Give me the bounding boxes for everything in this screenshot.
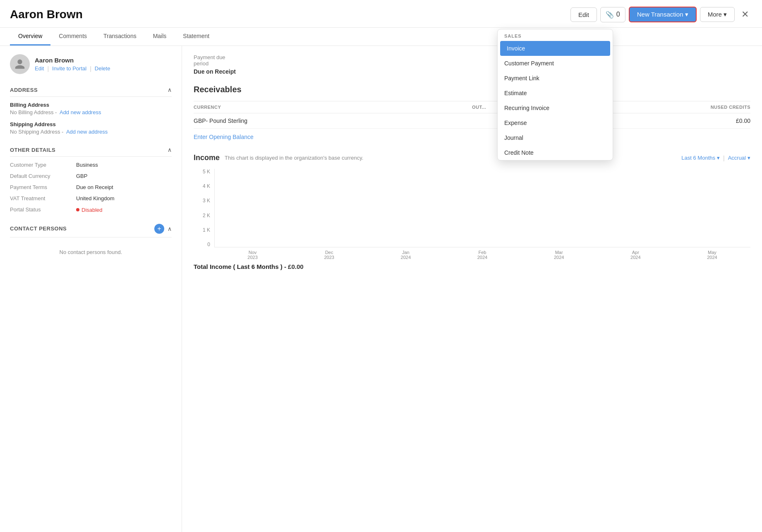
income-header: Income This chart is displayed in the or… bbox=[194, 153, 750, 162]
tab-transactions[interactable]: Transactions bbox=[95, 28, 145, 46]
main-content: Aaron Brown Edit | Invite to Portal | De… bbox=[0, 46, 762, 532]
method-dropdown[interactable]: Accrual ▾ bbox=[728, 155, 750, 161]
x-label-nov: Nov2023 bbox=[247, 250, 257, 260]
period-label: Last 6 Months bbox=[681, 155, 715, 161]
other-details-chevron-icon[interactable]: ∧ bbox=[168, 146, 172, 153]
y-label-1k: 1 K bbox=[194, 227, 210, 233]
customer-type-row: Customer Type Business bbox=[10, 162, 172, 168]
default-currency-value: GBP bbox=[76, 173, 87, 179]
other-details-section-header: OTHER DETAILS ∧ bbox=[10, 141, 172, 157]
link-separator-1: | bbox=[47, 65, 49, 72]
edit-link[interactable]: Edit bbox=[35, 65, 44, 72]
income-total-label: Total Income ( Last 6 Months ) - bbox=[194, 263, 286, 270]
close-button[interactable]: ✕ bbox=[738, 7, 752, 22]
attachment-icon: 📎 bbox=[606, 11, 614, 19]
new-transaction-dropdown: SALES Invoice Customer Payment Payment L… bbox=[497, 29, 613, 161]
tabs-bar: Overview Comments Transactions Mails Sta… bbox=[0, 28, 762, 46]
page-wrapper: Aaron Brown Edit 📎 0 New Transaction ▾ M… bbox=[0, 0, 762, 532]
period-chevron-icon: ▾ bbox=[717, 155, 720, 161]
portal-status-text: Disabled bbox=[81, 207, 103, 213]
tab-overview[interactable]: Overview bbox=[10, 28, 50, 46]
tab-mails[interactable]: Mails bbox=[145, 28, 175, 46]
shipping-address-group: Shipping Address No Shipping Address - A… bbox=[10, 121, 172, 135]
delete-link[interactable]: Delete bbox=[95, 65, 110, 72]
dropdown-item-payment-link[interactable]: Payment Link bbox=[498, 71, 613, 86]
link-separator-2: | bbox=[90, 65, 91, 72]
y-label-0: 0 bbox=[194, 242, 210, 247]
dropdown-item-expense[interactable]: Expense bbox=[498, 115, 613, 130]
address-section-title: ADDRESS bbox=[10, 87, 38, 93]
payment-info: Payment dueperiod Due on Receipt bbox=[194, 54, 750, 75]
profile-info: Aaron Brown Edit | Invite to Portal | De… bbox=[35, 57, 110, 72]
chart-y-axis: 5 K 4 K 3 K 2 K 1 K 0 bbox=[194, 169, 210, 247]
default-currency-row: Default Currency GBP bbox=[10, 173, 172, 179]
x-label-apr: Apr2024 bbox=[630, 250, 640, 260]
chart-inner bbox=[214, 169, 750, 247]
shipping-address-value: No Shipping Address - Add new address bbox=[10, 129, 172, 135]
y-label-5k: 5 K bbox=[194, 169, 210, 175]
controls-separator: | bbox=[723, 155, 725, 161]
portal-status-label: Portal Status bbox=[10, 206, 76, 213]
dropdown-item-recurring-invoice[interactable]: Recurring Invoice bbox=[498, 101, 613, 115]
billing-address-group: Billing Address No Billing Address - Add… bbox=[10, 102, 172, 115]
income-chart: 5 K 4 K 3 K 2 K 1 K 0 Nov2023 Dec2023 Ja… bbox=[194, 169, 750, 260]
portal-status-row: Portal Status Disabled bbox=[10, 206, 172, 213]
payment-due-value: Due on Receipt bbox=[194, 68, 750, 75]
attachment-button[interactable]: 📎 0 bbox=[600, 7, 625, 22]
payment-terms-row: Payment Terms Due on Receipt bbox=[10, 184, 172, 190]
avatar bbox=[10, 54, 30, 74]
y-label-4k: 4 K bbox=[194, 183, 210, 189]
method-chevron-icon: ▾ bbox=[748, 155, 750, 161]
payment-terms-value: Due on Receipt bbox=[76, 184, 113, 190]
dropdown-item-credit-note[interactable]: Credit Note bbox=[498, 145, 613, 160]
y-label-2k: 2 K bbox=[194, 213, 210, 218]
add-contact-button[interactable]: + bbox=[154, 224, 164, 234]
chart-x-axis: Nov2023 Dec2023 Jan2024 Feb2024 Mar2024 … bbox=[214, 250, 750, 260]
edit-button[interactable]: Edit bbox=[570, 7, 597, 22]
billing-no-address-text: No Billing Address - bbox=[10, 109, 58, 115]
right-content: Payment dueperiod Due on Receipt Receiva… bbox=[182, 46, 762, 532]
currency-col-header: CURRENCY bbox=[194, 105, 472, 110]
unused-credits-value: £0.00 bbox=[611, 117, 751, 124]
new-transaction-button[interactable]: New Transaction ▾ bbox=[629, 7, 697, 22]
dropdown-item-journal[interactable]: Journal bbox=[498, 130, 613, 145]
shipping-address-label: Shipping Address bbox=[10, 121, 172, 127]
receivables-table-header: CURRENCY OUT... NUSED CREDITS bbox=[194, 101, 750, 113]
no-contacts-text: No contact persons found. bbox=[10, 242, 172, 262]
x-label-jan: Jan2024 bbox=[401, 250, 411, 260]
contact-actions: + ∧ bbox=[154, 224, 172, 234]
enter-opening-balance-link[interactable]: Enter Opening Balance bbox=[194, 134, 254, 140]
other-details-title: OTHER DETAILS bbox=[10, 147, 55, 153]
shipping-add-address-link[interactable]: Add new address bbox=[66, 129, 108, 135]
billing-address-value: No Billing Address - Add new address bbox=[10, 109, 172, 115]
method-label: Accrual bbox=[728, 155, 746, 161]
contact-persons-header: CONTACT PERSONS + ∧ bbox=[10, 218, 172, 237]
dropdown-item-customer-payment[interactable]: Customer Payment bbox=[498, 56, 613, 71]
shipping-no-address-text: No Shipping Address - bbox=[10, 129, 65, 135]
avatar-icon bbox=[14, 58, 26, 70]
receivables-section: Receivables CURRENCY OUT... NUSED CREDIT… bbox=[194, 85, 750, 150]
period-dropdown[interactable]: Last 6 Months ▾ bbox=[681, 155, 720, 161]
billing-add-address-link[interactable]: Add new address bbox=[60, 109, 101, 115]
sidebar: Aaron Brown Edit | Invite to Portal | De… bbox=[0, 46, 182, 532]
contact-chevron-icon[interactable]: ∧ bbox=[168, 225, 172, 232]
invite-link[interactable]: Invite to Portal bbox=[52, 65, 86, 72]
x-label-feb: Feb2024 bbox=[477, 250, 487, 260]
receivables-row: GBP- Pound Sterling £0.00 bbox=[194, 113, 750, 129]
income-title: Income bbox=[194, 153, 220, 162]
dropdown-item-estimate[interactable]: Estimate bbox=[498, 86, 613, 101]
address-chevron-icon[interactable]: ∧ bbox=[168, 86, 172, 93]
customer-type-label: Customer Type bbox=[10, 162, 76, 168]
vat-treatment-label: VAT Treatment bbox=[10, 195, 76, 201]
attachment-count: 0 bbox=[616, 11, 620, 18]
unused-credits-col-header: NUSED CREDITS bbox=[611, 105, 751, 110]
tab-statement[interactable]: Statement bbox=[175, 28, 218, 46]
x-label-mar: Mar2024 bbox=[554, 250, 564, 260]
profile-name: Aaron Brown bbox=[35, 57, 110, 64]
tab-comments[interactable]: Comments bbox=[50, 28, 95, 46]
more-button[interactable]: More ▾ bbox=[700, 7, 735, 22]
billing-address-label: Billing Address bbox=[10, 102, 172, 108]
dropdown-item-invoice[interactable]: Invoice bbox=[500, 41, 610, 56]
income-subtitle: This chart is displayed in the organizat… bbox=[225, 155, 363, 161]
customer-type-value: Business bbox=[76, 162, 98, 168]
